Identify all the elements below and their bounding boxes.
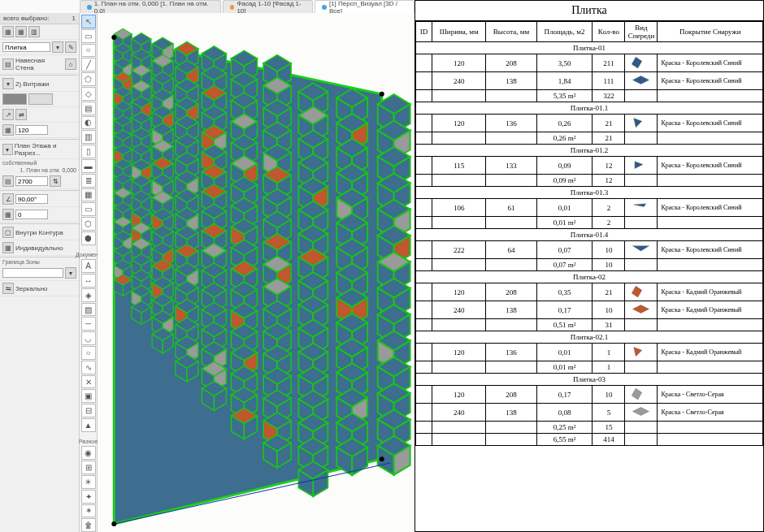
elevation-tool-icon[interactable]: ▲ (81, 418, 96, 432)
fill-tool-icon[interactable]: ▨ (81, 303, 96, 317)
angle-icon[interactable]: ∠ (2, 193, 14, 205)
section-tool-icon[interactable]: ⊟ (81, 404, 96, 417)
roof-tool-icon[interactable]: ◇ (81, 87, 96, 101)
cell-coating: Краска - Королевский Синий (658, 199, 763, 217)
corner-handle[interactable] (111, 35, 116, 40)
label-tool-icon[interactable]: ◈ (81, 288, 96, 302)
perspective-icon[interactable]: ▥ (28, 26, 40, 37)
group-header-row: Плитка-01.1 (416, 102, 763, 115)
3d-viewport[interactable] (98, 13, 415, 532)
poly-tool-icon[interactable]: ⬠ (81, 72, 96, 86)
cell-height: 208 (486, 54, 536, 72)
sun-tool-icon[interactable]: ☀ (81, 475, 96, 489)
grid-tool-icon[interactable]: ⊞ (81, 461, 96, 474)
wall-tool-icon[interactable]: ▦ (81, 188, 96, 202)
column-header: Площадь, м2 (536, 22, 593, 42)
grid-b-icon[interactable]: ▦ (2, 124, 14, 136)
axis-icon[interactable]: ↗ (2, 109, 14, 120)
level-icon[interactable]: ▤ (2, 175, 14, 187)
slab-tool-icon[interactable]: ▭ (81, 202, 96, 216)
plan-ref: 1. План на отм. 0,000 (0, 167, 79, 174)
subtotal-area: 0,26 m² (536, 132, 593, 145)
house-icon[interactable]: ⌂ (65, 58, 76, 70)
morph-tool-icon[interactable]: ⬡ (81, 217, 96, 231)
line-tool-icon[interactable]: ╱ (81, 58, 96, 71)
line2-tool-icon[interactable]: ─ (81, 317, 96, 331)
corner-handle[interactable] (380, 92, 384, 97)
swap-icon[interactable]: ⇄ (15, 109, 27, 120)
cell-coating: Краска - Королевский Синий (658, 115, 763, 132)
tab-3d[interactable]: [1] Персп_Визуал [3D / Все] (315, 0, 415, 13)
tool-name-input[interactable] (2, 42, 50, 52)
table-row[interactable]: 1151330,0912Краска - Королевский Синий (416, 157, 763, 175)
zero-input[interactable] (15, 210, 48, 219)
table-row[interactable]: 1202080,1710Краска - Светло-Серая (416, 386, 763, 404)
tab-plan[interactable]: 1. План на отм. 0,000 [1. План на отм. 0… (80, 0, 221, 13)
dropdown-icon[interactable]: ▾ (65, 267, 76, 279)
cube-icon[interactable]: ▦ (2, 26, 14, 37)
collapse-icon[interactable]: ▾ (2, 78, 14, 89)
ellipse-tool-icon[interactable]: ○ (81, 44, 96, 58)
zone-input[interactable] (2, 268, 63, 278)
pen-icon[interactable]: ✎ (65, 41, 76, 53)
layer-value-input[interactable] (15, 125, 48, 135)
table-row[interactable]: 1202083,50211Краска - Королевский Синий (416, 54, 763, 72)
dim-tool-icon[interactable]: ↔ (81, 274, 96, 288)
trash-tool-icon[interactable]: 🗑 (81, 518, 96, 532)
table-row[interactable]: 2401381,84111Краска - Королевский Синий (416, 72, 763, 90)
svg-marker-519 (632, 57, 643, 68)
cell-qty: 10 (593, 386, 625, 404)
rect-icon[interactable] (2, 93, 27, 105)
figure-tool-icon[interactable]: ▣ (81, 389, 96, 403)
table-row[interactable]: 1201360,011Краска - Кадмий Оранжевый (416, 344, 763, 361)
stair-tool-icon[interactable]: ≣ (81, 174, 96, 188)
text-tool-icon[interactable]: A (81, 259, 96, 273)
dropdown-icon[interactable]: ▾ (52, 41, 63, 53)
table-row[interactable]: 1202080,3521Краска - Кадмий Оранжевый (416, 283, 763, 301)
grid-icon[interactable]: ▦ (15, 26, 27, 37)
corner-handle[interactable] (111, 521, 116, 526)
hotspot-tool-icon[interactable]: ✕ (81, 375, 96, 389)
camera-tool-icon[interactable]: ◉ (81, 446, 96, 460)
stepper-icon[interactable]: ⇅ (50, 175, 61, 187)
beam-tool-icon[interactable]: ▬ (81, 159, 96, 173)
cell-coating: Краска - Кадмий Оранжевый (658, 283, 763, 301)
table-row[interactable]: 106610,012Краска - Королевский Синий (416, 199, 763, 217)
cell-coating: Краска - Королевский Синий (658, 54, 763, 72)
table-row[interactable]: 2401380,1710Краска - Кадмий Оранжевый (416, 301, 763, 319)
grid-c-icon[interactable]: ▦ (2, 209, 14, 220)
tab-facade[interactable]: Фасад 1-10 [Фасад 1-10] (223, 0, 314, 13)
subtotal-qty: 2 (593, 217, 625, 229)
rect-icon[interactable] (28, 93, 53, 105)
table-row[interactable]: 222640,0710Краска - Королевский Синий (416, 241, 763, 259)
wall-icon[interactable]: ▤ (2, 58, 14, 70)
mesh-tool-icon[interactable]: ▤ (81, 102, 96, 115)
shell-tool-icon[interactable]: ◐ (81, 116, 96, 130)
column-tool-icon[interactable]: ▯ (81, 145, 96, 158)
star-tool-icon[interactable]: ✶ (81, 504, 96, 518)
subtotal-area: 0,51 m² (536, 319, 593, 331)
subtotal-qty: 1 (593, 361, 625, 374)
cell-coating: Краска - Королевский Синий (658, 72, 763, 90)
spline-tool-icon[interactable]: ∿ (81, 361, 96, 374)
group-id: Плитка-02 (416, 271, 763, 283)
angle-input[interactable] (15, 194, 48, 204)
mirror-icon[interactable]: ⇋ (2, 283, 14, 294)
grid-d-icon[interactable]: ▦ (2, 242, 14, 253)
collapse-icon[interactable]: ▾ (2, 144, 13, 155)
height-input[interactable] (15, 176, 48, 186)
table-row[interactable]: 2401380,085Краска - Светло-Серая (416, 404, 763, 422)
rect-tool-icon[interactable]: ▭ (81, 29, 96, 43)
object-tool-icon[interactable]: ⬢ (81, 231, 96, 245)
arc-tool-icon[interactable]: ◡ (81, 331, 96, 345)
svg-marker-526 (633, 305, 649, 314)
cell-width: 120 (432, 386, 485, 404)
circle-tool-icon[interactable]: ○ (81, 346, 96, 360)
table-row[interactable]: 1201360,2621Краска - Королевский Синий (416, 115, 763, 132)
cad-app-pane: 1. План на отм. 0,000 [1. План на отм. 0… (0, 0, 415, 532)
contour-icon[interactable]: ▢ (2, 227, 14, 238)
corner-handle[interactable] (380, 456, 384, 461)
magic-tool-icon[interactable]: ✦ (81, 490, 96, 504)
arrow-tool-icon[interactable]: ↖ (81, 15, 96, 28)
curtain-tool-icon[interactable]: ▥ (81, 130, 96, 144)
